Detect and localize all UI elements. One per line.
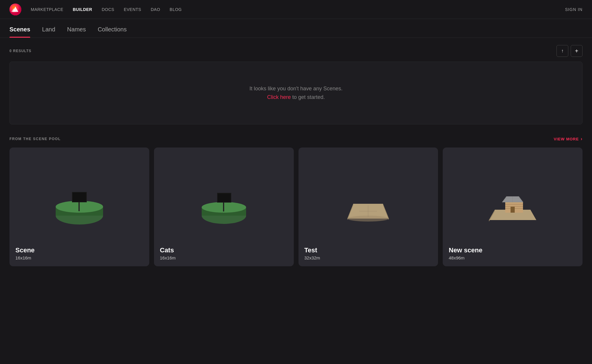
scene-card-name-1: Cats (160, 246, 288, 254)
scene-card-size-2: 32x32m (304, 255, 432, 260)
scene-pool-label: FROM THE SCENE POOL (9, 137, 61, 141)
svg-rect-15 (218, 193, 231, 202)
navbar-links: MARKETPLACE BUILDER DOCS EVENTS DAO BLOG (31, 7, 565, 12)
empty-state-message: It looks like you don't have any Scenes. (19, 86, 573, 92)
svg-rect-34 (511, 207, 515, 213)
view-more-label: VIEW MORE (554, 137, 579, 141)
main-content: 0 RESULTS ↑ + It looks like you don't ha… (0, 38, 592, 273)
upload-icon: ↑ (561, 48, 564, 54)
nav-events[interactable]: EVENTS (124, 7, 141, 12)
svg-rect-9 (73, 193, 86, 202)
empty-state-suffix: to get started. (291, 94, 325, 100)
nav-marketplace[interactable]: MARKETPLACE (31, 7, 63, 12)
scene-card-info-1: Cats 16x16m (154, 242, 294, 266)
scene-card-size-0: 16x16m (15, 255, 143, 260)
signin-button[interactable]: SIGN IN (565, 7, 583, 12)
scene-cards-grid: Scene 16x16m Cats 16x16m (9, 147, 583, 266)
scene-card-name-0: Scene (15, 246, 143, 254)
tab-collections[interactable]: Collections (98, 26, 127, 38)
scene-card-name-2: Test (304, 246, 432, 254)
empty-state-text: It looks like you don't have any Scenes. (249, 86, 343, 92)
scene-card-size-3: 48x96m (449, 255, 577, 260)
nav-dao[interactable]: DAO (151, 7, 160, 12)
empty-state: It looks like you don't have any Scenes.… (9, 62, 583, 124)
tab-names[interactable]: Names (67, 26, 86, 38)
scene-card-size-1: 16x16m (160, 255, 288, 260)
plus-icon: + (575, 48, 578, 54)
upload-button[interactable]: ↑ (556, 45, 568, 57)
click-here-link[interactable]: Click here (267, 94, 291, 100)
tab-land[interactable]: Land (42, 26, 55, 38)
logo[interactable] (9, 4, 21, 15)
results-count: 0 RESULTS (9, 49, 31, 53)
scene-card-info-3: New scene 48x96m (443, 242, 583, 266)
scene-card-info-0: Scene 16x16m (9, 242, 149, 266)
scene-card-2[interactable]: Test 32x32m (299, 147, 438, 266)
nav-builder[interactable]: BUILDER (73, 7, 92, 12)
nav-blog[interactable]: BLOG (170, 7, 182, 12)
scene-card-0[interactable]: Scene 16x16m (9, 147, 149, 266)
results-bar: 0 RESULTS ↑ + (9, 45, 583, 57)
add-button[interactable]: + (571, 45, 583, 57)
scene-card-3[interactable]: New scene 48x96m (443, 147, 583, 266)
results-actions: ↑ + (556, 45, 583, 57)
tabs: Scenes Land Names Collections (9, 26, 583, 38)
scene-card-info-2: Test 32x32m (299, 242, 438, 266)
tabs-container: Scenes Land Names Collections (0, 19, 592, 38)
scene-card-name-3: New scene (449, 246, 577, 254)
navbar: MARKETPLACE BUILDER DOCS EVENTS DAO BLOG… (0, 0, 592, 19)
scene-card-1[interactable]: Cats 16x16m (154, 147, 294, 266)
scene-pool-header: FROM THE SCENE POOL VIEW MORE › (9, 136, 583, 142)
view-more-link[interactable]: VIEW MORE › (554, 136, 583, 142)
nav-docs[interactable]: DOCS (102, 7, 114, 12)
view-more-arrow-icon: › (581, 136, 583, 142)
tab-scenes[interactable]: Scenes (9, 26, 30, 38)
empty-state-cta: Click here to get started. (19, 94, 573, 100)
